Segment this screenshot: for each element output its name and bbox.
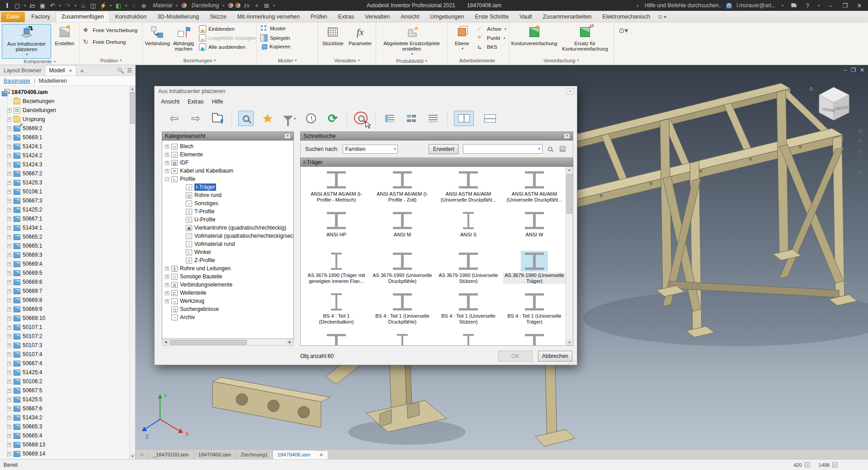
expand-toggle[interactable]: + — [7, 343, 11, 348]
ribbon-collapse-button[interactable]: ⊙▾ — [614, 23, 632, 65]
look-at-icon[interactable]: ▣ — [858, 169, 863, 175]
view-cube[interactable]: VORNE RECHTS — [812, 81, 855, 125]
tree-node-label[interactable]: 50669:1 — [23, 134, 42, 141]
constrain-button[interactable]: Abhängig machen — [171, 24, 196, 52]
expand-toggle[interactable]: + — [7, 280, 11, 284]
tree-node[interactable]: + 50107:2 — [2, 332, 135, 341]
new-file-icon[interactable]: ▢ — [13, 1, 22, 10]
resize-grip[interactable]: ⋰⋰ — [568, 359, 576, 364]
category-expand-toggle[interactable]: + — [165, 145, 169, 149]
scroll-thumb[interactable] — [130, 92, 135, 124]
expand-toggle[interactable]: + — [7, 307, 11, 311]
expand-toggle[interactable]: + — [7, 434, 11, 438]
category-label[interactable]: Elemente — [180, 151, 203, 158]
imate-dropdown-icon[interactable]: ▾ — [108, 1, 113, 10]
tree-node[interactable]: Beziehungen — [2, 97, 135, 106]
shrinkwrap-substitute-button[interactable]: ⇄ Ersatz für Konturvereinfachung — [558, 24, 612, 52]
category-label[interactable]: Z-Profile — [194, 257, 215, 263]
tree-node-label[interactable]: 50669:13 — [23, 442, 45, 448]
user-dropdown-icon[interactable]: ▾ — [780, 1, 785, 10]
add-to-search-button[interactable] — [354, 111, 369, 126]
measure-dropdown-icon[interactable]: ▾ — [272, 1, 276, 10]
tree-node-label[interactable]: 50667:4 — [23, 360, 42, 367]
show-relationships-button[interactable]: Einblenden — [197, 25, 258, 33]
expand-toggle[interactable]: + — [7, 253, 11, 257]
open-icon[interactable]: 🗁 — [28, 1, 37, 10]
family-item[interactable]: ANSI S — [435, 210, 501, 251]
help-search-input[interactable]: Hilfe und Befehle durchsuchen.. — [645, 2, 722, 9]
tree-node[interactable]: + 51434:1 — [2, 223, 135, 232]
expand-toggle[interactable]: + — [7, 452, 11, 456]
family-label[interactable]: ANSI ASTM A6/A6M (I-Profile - Zoll) — [371, 191, 434, 202]
category-label[interactable]: Rohre rund — [194, 192, 222, 198]
active-tab-close[interactable]: ✕ — [315, 451, 328, 459]
family-label[interactable]: ANSI ASTM A6/A6M (I-Profile - Metrisch) — [305, 191, 368, 202]
tree-node[interactable]: + 50669:8 — [2, 296, 135, 305]
scroll-up-icon[interactable]: ▲ — [130, 86, 135, 92]
category-expand-toggle[interactable]: + — [165, 161, 169, 165]
tree-node-label[interactable]: 50669:10 — [23, 315, 45, 321]
expand-toggle[interactable]: + — [7, 398, 11, 402]
expand-toggle[interactable]: + — [7, 217, 11, 221]
category-expand-toggle[interactable] — [179, 250, 184, 254]
expand-toggle[interactable]: + — [7, 443, 11, 447]
ribbon-tab[interactable]: Extras — [333, 12, 359, 22]
expand-toggle[interactable]: + — [7, 163, 11, 167]
category-label[interactable]: Profile — [180, 176, 195, 182]
axis-dropdown-icon[interactable]: ▾ — [505, 27, 506, 31]
steering-wheel-icon[interactable]: ◍ — [858, 127, 863, 134]
document-tab-label[interactable]: _18470100.iam — [153, 452, 189, 457]
undo-dropdown-icon[interactable]: ▾ — [58, 1, 62, 10]
category-expand-toggle[interactable] — [179, 185, 184, 189]
tree-node[interactable]: + 51425:2 — [2, 205, 135, 214]
category-label[interactable]: I-Träger — [194, 183, 216, 191]
tree-node[interactable]: + 51424:3 — [2, 160, 135, 169]
measure-icon[interactable]: ⊞ — [262, 1, 271, 10]
category-expand-toggle[interactable]: + — [165, 291, 169, 295]
category-node[interactable]: Z Z-Profile — [162, 256, 293, 264]
restore-button[interactable]: ❐ — [840, 2, 850, 9]
search-combo[interactable]: ▾ — [463, 144, 542, 154]
search-type-select[interactable]: Familien ▾ — [343, 145, 398, 154]
category-hscrollbar[interactable]: ◀ ▶ — [162, 339, 294, 346]
category-expand-toggle[interactable]: + — [165, 283, 169, 287]
hide-all-button[interactable]: Alle ausblenden — [197, 43, 258, 51]
pan-icon[interactable]: ✥ — [858, 138, 863, 144]
expand-toggle[interactable]: + — [7, 416, 11, 420]
family-label[interactable]: BS 4 : Teil 1 (Universelle Stützen) — [437, 313, 500, 324]
material-caret-icon[interactable]: ▾ — [175, 4, 180, 8]
view-details-button[interactable] — [382, 111, 397, 126]
family-item[interactable]: AS 3679-1990 (Träger mit geneigten inner… — [303, 251, 369, 291]
free-move-button[interactable]: Freie Verschiebung — [81, 26, 139, 34]
category-node[interactable]: I I-Träger — [162, 183, 293, 191]
category-label[interactable]: T-Profile — [194, 208, 215, 215]
category-node[interactable]: + ◇ Sonstige Bauteile — [162, 273, 293, 281]
work-plane-button[interactable]: Ebene ▾ — [449, 24, 475, 52]
group-label-muster[interactable]: Muster — [257, 57, 318, 65]
category-label[interactable]: Werkzeug — [180, 298, 204, 304]
back-button[interactable]: ⇦ — [166, 111, 182, 126]
tree-node[interactable]: + 50107:4 — [2, 350, 135, 359]
tree-node[interactable]: + 50667:1 — [2, 214, 135, 223]
tree-node[interactable]: + 50667:2 — [2, 169, 135, 178]
category-node[interactable]: + ▤ IDF — [162, 159, 293, 167]
point-dropdown-icon[interactable]: ▾ — [503, 36, 505, 40]
ribbon-tab[interactable]: Datei — [1, 12, 25, 22]
tree-node-label[interactable]: 50107:4 — [23, 351, 42, 357]
color-wheel-clear-icon[interactable] — [235, 2, 241, 9]
family-label[interactable]: ANSI M — [394, 232, 411, 238]
help-icon[interactable]: ? — [803, 1, 812, 10]
material-select[interactable]: Material — [149, 2, 174, 9]
tree-node[interactable]: + 50665:1 — [2, 241, 135, 250]
doc-minimize-icon[interactable]: – — [844, 67, 847, 73]
category-expand-toggle[interactable] — [179, 242, 184, 246]
home-tab[interactable]: ⌂ — [136, 450, 148, 459]
tree-node-label[interactable]: 50106:1 — [23, 188, 42, 195]
document-tab-label[interactable]: 18470406.iam — [278, 452, 311, 457]
category-label[interactable]: Suchergebnisse — [180, 306, 219, 312]
category-label[interactable]: U-Profile — [194, 216, 216, 223]
category-expand-toggle[interactable] — [179, 210, 184, 214]
view-list-button[interactable] — [425, 111, 441, 126]
imate-icon[interactable]: ⚡ — [99, 1, 108, 10]
document-tab[interactable]: 18470406.iam — [273, 451, 316, 459]
